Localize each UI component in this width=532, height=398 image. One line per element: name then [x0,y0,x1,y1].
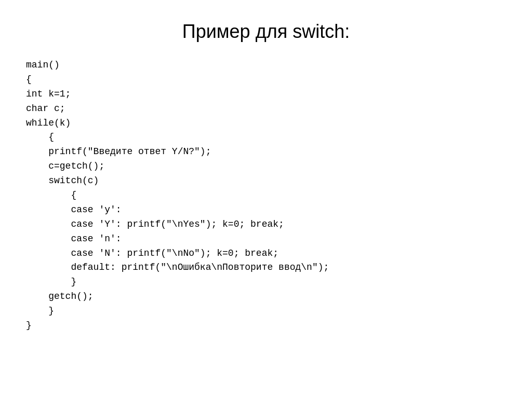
code-block: main() { int k=1; char c; while(k) { pri… [26,58,506,333]
slide-title: Пример для switch: [26,21,506,43]
slide-container: Пример для switch: main() { int k=1; cha… [0,0,532,398]
